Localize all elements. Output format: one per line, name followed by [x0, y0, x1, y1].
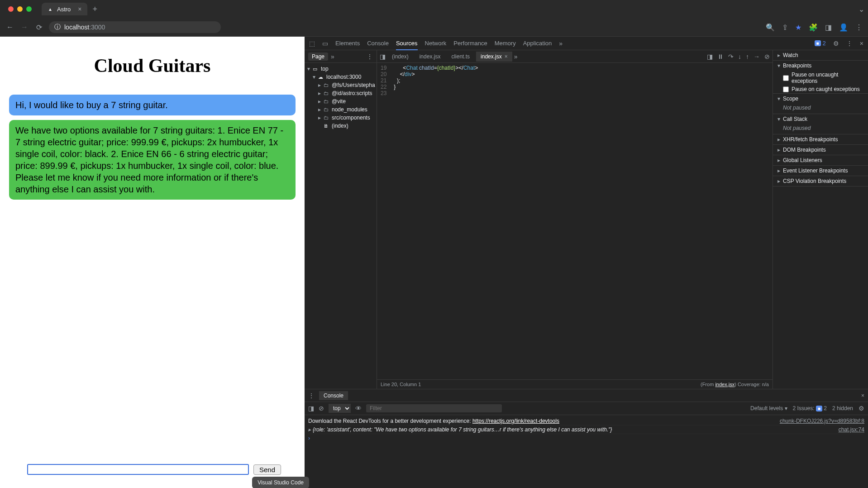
deactivate-breakpoints-icon[interactable]: ⊘	[764, 53, 770, 60]
scope-section[interactable]: ▾Scope	[773, 94, 868, 104]
breakpoints-section[interactable]: ▾Breakpoints	[773, 61, 868, 71]
filetree-folder[interactable]: ▸🗀 node_modules	[305, 105, 377, 114]
step-out-icon[interactable]: ↑	[746, 53, 749, 60]
expand-object-icon[interactable]: ▸	[308, 426, 311, 433]
console-object[interactable]: ▸ {role: 'assistant', content: "We have …	[308, 426, 839, 433]
toggle-debugger-icon[interactable]: ◨	[707, 53, 713, 60]
new-tab-button[interactable]: +	[93, 5, 98, 14]
drawer-close-icon[interactable]: ×	[861, 392, 864, 399]
toggle-navigator-icon[interactable]: ◨	[380, 53, 386, 60]
console-issues[interactable]: 2 Issues: ■ 2	[793, 405, 827, 411]
clear-console-icon[interactable]: ⊘	[319, 405, 324, 412]
tab-application[interactable]: Application	[523, 40, 552, 47]
code-body[interactable]: 1920212223 <Chat chatId={chatId}></Chat>…	[377, 63, 773, 379]
send-button[interactable]: Send	[253, 464, 281, 475]
page-title: Cloud Guitars	[9, 55, 296, 77]
devtools-close-icon[interactable]: ×	[860, 40, 863, 47]
minimize-window-icon[interactable]	[17, 6, 23, 12]
url-field[interactable]: ⓘ localhost:3000	[49, 21, 221, 33]
close-editor-tab-icon[interactable]: ×	[505, 53, 508, 60]
sources-filetree: Page » ⋮ ▾▭ top ▾☁ localhost:3000 ▸🗀	[305, 50, 377, 389]
more-tabs-icon[interactable]: »	[559, 40, 563, 47]
folder-icon: 🗀	[324, 99, 330, 104]
extensions-icon[interactable]: 🧩	[809, 23, 818, 32]
tab-sources[interactable]: Sources	[396, 40, 418, 50]
devtools-menu-icon[interactable]: ⋮	[846, 40, 853, 47]
inspect-element-icon[interactable]: ⬚	[309, 40, 315, 47]
filetree-folder[interactable]: ▸🗀 src/components	[305, 114, 377, 122]
source-file-link[interactable]: index.jsx	[715, 382, 734, 387]
devtools-panel: ⬚ ▭ Elements Console Sources Network Per…	[305, 37, 868, 488]
tab-memory[interactable]: Memory	[495, 40, 516, 47]
site-info-icon[interactable]: ⓘ	[54, 23, 61, 31]
pause-caught-checkbox[interactable]: Pause on caught exceptions	[773, 85, 868, 93]
reload-button[interactable]: ⟳	[34, 23, 43, 32]
back-button[interactable]: ←	[5, 23, 14, 31]
console-source-link[interactable]: chunk-DFKOJ226.js?v=d89583bf:8	[780, 418, 864, 424]
step-into-icon[interactable]: ↓	[738, 53, 741, 60]
filetree-folder[interactable]: ▸🗀 @fs/Users/stepha	[305, 81, 377, 89]
more-editor-tabs-icon[interactable]: »	[514, 53, 518, 60]
xhr-breakpoints-section[interactable]: ▸XHR/fetch Breakpoints	[773, 134, 868, 144]
editor-tab[interactable]: (index)	[387, 52, 413, 62]
console-settings-icon[interactable]: ⚙	[858, 405, 864, 412]
filetree-root[interactable]: ▾▭ top	[305, 65, 377, 73]
issues-badge-icon: ■	[815, 40, 821, 46]
browser-menu-icon[interactable]: ⋮	[855, 23, 863, 32]
dom-breakpoints-section[interactable]: ▸DOM Breakpoints	[773, 145, 868, 155]
drawer-menu-icon[interactable]: ⋮	[308, 392, 315, 399]
csp-breakpoints-section[interactable]: ▸CSP Violation Breakpoints	[773, 176, 868, 186]
step-icon[interactable]: →	[754, 53, 760, 60]
devtools-settings-icon[interactable]: ⚙	[833, 40, 839, 47]
step-over-icon[interactable]: ↷	[728, 53, 734, 60]
issues-count: 2	[823, 40, 826, 47]
pause-uncaught-checkbox[interactable]: Pause on uncaught exceptions	[773, 71, 868, 85]
tab-network[interactable]: Network	[425, 40, 447, 47]
tab-console[interactable]: Console	[367, 40, 389, 47]
tab-dropdown-icon[interactable]: ⌄	[858, 5, 864, 14]
device-toolbar-icon[interactable]: ▭	[322, 40, 328, 47]
pause-icon[interactable]: ⏸	[717, 53, 724, 60]
event-listener-breakpoints-section[interactable]: ▸Event Listener Breakpoints	[773, 166, 868, 176]
filetree-folder[interactable]: ▸🗀 @vite	[305, 97, 377, 105]
filetree-folder[interactable]: ▸🗀 @id/astro:scripts	[305, 89, 377, 97]
share-icon[interactable]: ⇪	[782, 23, 788, 32]
issues-indicator[interactable]: ■ 2	[815, 40, 826, 47]
filetree-menu-icon[interactable]: ⋮	[367, 53, 373, 60]
callstack-section[interactable]: ▾Call Stack	[773, 114, 868, 124]
filetree-file[interactable]: 🗎 (index)	[305, 122, 377, 130]
tab-performance[interactable]: Performance	[453, 40, 487, 47]
global-listeners-section[interactable]: ▸Global Listeners	[773, 155, 868, 165]
chat-input[interactable]	[27, 464, 249, 475]
live-expression-icon[interactable]: 👁	[355, 405, 362, 412]
close-tab-icon[interactable]: ×	[78, 5, 81, 13]
react-devtools-link[interactable]: https://reactjs.org/link/react-devtools	[472, 418, 559, 424]
address-bar: ← → ⟳ ⓘ localhost:3000 🔍 ⇪ ★ 🧩 ◨ 👤 ⋮	[0, 18, 868, 36]
close-window-icon[interactable]	[8, 6, 14, 12]
drawer-console-tab[interactable]: Console	[319, 391, 348, 400]
console-context-select[interactable]: top	[329, 404, 351, 413]
profile-icon[interactable]: 👤	[839, 23, 848, 32]
console-filter-input[interactable]	[366, 404, 502, 412]
editor-tab[interactable]: client.ts	[447, 52, 474, 62]
filetree-more-tabs-icon[interactable]: »	[331, 53, 334, 60]
bookmark-icon[interactable]: ★	[795, 23, 801, 32]
console-sidebar-icon[interactable]: ◨	[308, 405, 314, 412]
console-source-link[interactable]: chat.jsx:74	[839, 426, 864, 433]
console-prompt[interactable]: ›	[308, 434, 864, 441]
maximize-window-icon[interactable]	[26, 6, 32, 12]
filetree-file-label: (index)	[332, 123, 348, 129]
search-icon[interactable]: 🔍	[766, 23, 775, 32]
filetree-host[interactable]: ▾☁ localhost:3000	[305, 73, 377, 81]
editor-tab-active[interactable]: index.jsx×	[476, 52, 512, 62]
sidepanel-icon[interactable]: ◨	[825, 23, 832, 32]
log-levels-dropdown[interactable]: Default levels ▾	[750, 405, 787, 411]
browser-tab[interactable]: ▲ Astro ×	[42, 3, 87, 15]
editor-tab[interactable]: index.jsx	[415, 52, 445, 62]
tab-elements[interactable]: Elements	[335, 40, 360, 47]
chat-message-user: Hi, I would like to buy a 7 string guita…	[9, 95, 296, 115]
watch-section[interactable]: ▸Watch	[773, 50, 868, 60]
filetree-page-tab[interactable]: Page	[308, 53, 328, 61]
url-host: localhost	[64, 24, 89, 31]
forward-button[interactable]: →	[20, 23, 29, 31]
